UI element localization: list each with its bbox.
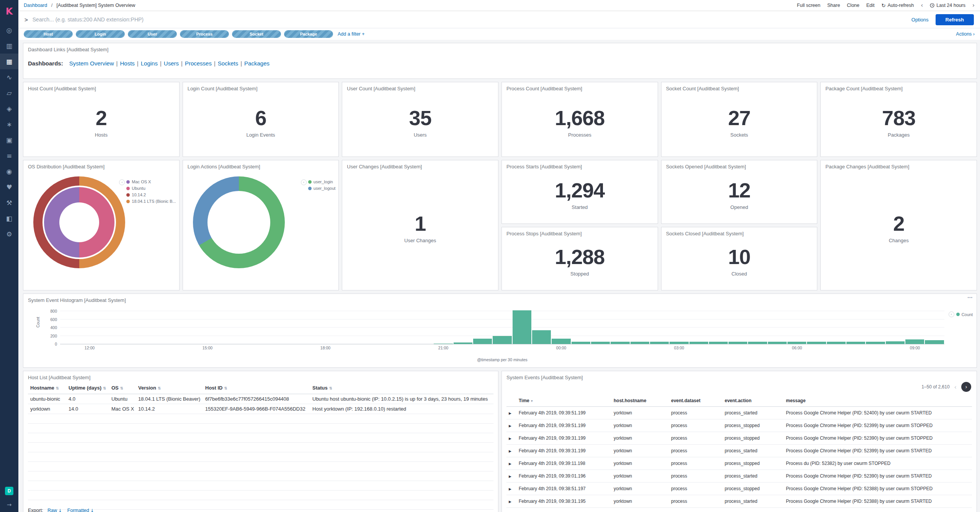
dashboard-link[interactable]: Hosts: [120, 60, 134, 67]
sort-icon[interactable]: ⇅: [103, 386, 106, 390]
histogram-bar[interactable]: [454, 342, 472, 344]
legend-item[interactable]: user_login: [308, 179, 336, 184]
column-header[interactable]: Time▾: [516, 395, 611, 407]
histogram-bar[interactable]: [728, 342, 747, 344]
monitoring-icon[interactable]: ◧: [0, 210, 18, 226]
histogram-bar[interactable]: [748, 342, 767, 344]
search-input[interactable]: [33, 16, 907, 23]
histogram-bar[interactable]: [807, 342, 826, 344]
filter-pill[interactable]: Login: [76, 30, 125, 38]
kibana-logo[interactable]: K: [0, 3, 18, 20]
infrastructure-icon[interactable]: ▣: [0, 132, 18, 148]
top-menu-item[interactable]: Clone: [847, 3, 859, 8]
column-header[interactable]: Status⇅: [310, 382, 493, 394]
sort-icon[interactable]: ⇅: [120, 386, 123, 390]
pagination-prev-button[interactable]: ‹: [954, 383, 957, 391]
dashboard-link[interactable]: Processes: [185, 60, 212, 67]
sort-icon[interactable]: ⇅: [224, 386, 227, 390]
expand-row-icon[interactable]: ▶: [509, 487, 511, 491]
dev-tools-icon[interactable]: ⚒: [0, 195, 18, 210]
legend-item[interactable]: Ubuntu: [126, 186, 176, 191]
column-header[interactable]: Uptime (days)⇅: [66, 382, 109, 394]
column-header[interactable]: message: [784, 395, 972, 407]
sort-icon[interactable]: ⇅: [329, 386, 332, 390]
dashboard-link[interactable]: Sockets: [218, 60, 238, 67]
column-header[interactable]: Host ID⇅: [203, 382, 310, 394]
expand-row-icon[interactable]: ▶: [509, 500, 511, 504]
legend-item[interactable]: user_logout: [308, 186, 336, 191]
histogram-bar[interactable]: [925, 340, 944, 344]
time-forward-button[interactable]: ›: [972, 2, 975, 9]
panel-menu-icon[interactable]: •••: [967, 295, 973, 300]
histogram-bar[interactable]: [630, 342, 649, 344]
maps-icon[interactable]: ◈: [0, 101, 18, 116]
logs-icon[interactable]: ≡: [0, 148, 18, 163]
dashboard-link[interactable]: System Overview: [69, 60, 114, 67]
time-picker[interactable]: Last 24 hours: [930, 3, 965, 8]
visualize-icon[interactable]: ▥: [0, 38, 18, 54]
breadcrumb-dashboard-link[interactable]: Dashboard: [24, 3, 47, 8]
histogram-bar[interactable]: [886, 341, 905, 344]
expand-row-icon[interactable]: ▶: [509, 437, 511, 440]
histogram-bar[interactable]: [670, 342, 688, 344]
histogram-bar[interactable]: [591, 342, 610, 344]
legend-item[interactable]: 10.14.2: [126, 192, 176, 197]
options-button[interactable]: Options: [911, 17, 929, 23]
histogram-bar[interactable]: [846, 342, 865, 344]
sort-icon[interactable]: ⇅: [56, 386, 59, 390]
os-donut-inner-ring[interactable]: [44, 187, 114, 258]
dashboard-link[interactable]: Packages: [244, 60, 270, 67]
management-icon[interactable]: ⚙: [0, 226, 18, 242]
pagination-next-button[interactable]: ›: [961, 382, 971, 392]
top-menu-item[interactable]: Full screen: [797, 3, 820, 8]
top-menu-item[interactable]: Share: [827, 3, 840, 8]
expand-row-icon[interactable]: ▶: [509, 424, 511, 428]
histogram-bar[interactable]: [709, 342, 728, 344]
login-donut-ring[interactable]: [193, 176, 285, 268]
sort-icon[interactable]: ⇅: [158, 386, 161, 390]
histogram-bar[interactable]: [473, 339, 492, 344]
legend-toggle-icon[interactable]: ‹: [301, 179, 307, 185]
actions-menu[interactable]: Actions ›: [956, 31, 975, 37]
collapse-nav-icon[interactable]: →: [7, 501, 12, 508]
legend-toggle-icon[interactable]: ‹: [949, 311, 954, 317]
column-header[interactable]: host.hostname: [611, 395, 669, 407]
filter-pill[interactable]: Host: [24, 30, 73, 38]
expand-row-icon[interactable]: ▶: [509, 474, 511, 478]
discover-icon[interactable]: ◎: [0, 22, 18, 38]
histogram-bar[interactable]: [866, 342, 885, 344]
histogram-bar[interactable]: [768, 342, 787, 344]
os-donut-outer-ring[interactable]: [33, 176, 125, 268]
histogram-bar[interactable]: [611, 342, 629, 344]
export-link[interactable]: Raw ↓: [47, 508, 62, 512]
histogram-bar[interactable]: [532, 330, 551, 344]
histogram-bar[interactable]: [513, 310, 531, 344]
column-header[interactable]: Version⇅: [136, 382, 203, 394]
histogram-bar[interactable]: [827, 342, 846, 344]
filter-pill[interactable]: Process: [180, 30, 229, 38]
add-filter-button[interactable]: Add a filter +: [338, 31, 365, 37]
histogram-legend[interactable]: ‹ Count: [949, 311, 973, 317]
top-menu-item[interactable]: Edit: [866, 3, 875, 8]
histogram-bar[interactable]: [572, 342, 590, 344]
apm-icon[interactable]: ◉: [0, 163, 18, 179]
expand-row-icon[interactable]: ▶: [509, 411, 511, 415]
column-header[interactable]: Hostname⇅: [28, 382, 66, 394]
dashboard-icon[interactable]: ▦: [0, 54, 18, 69]
legend-item[interactable]: Mac OS X: [126, 179, 176, 184]
histogram-bar[interactable]: [493, 336, 511, 344]
filter-pill[interactable]: User: [128, 30, 177, 38]
refresh-button[interactable]: Refresh: [936, 14, 974, 25]
auto-refresh-button[interactable]: ↻ Auto-refresh: [882, 3, 914, 8]
expand-row-icon[interactable]: ▶: [509, 449, 511, 453]
uptime-icon[interactable]: ♥: [0, 179, 18, 195]
column-header[interactable]: event.action: [722, 395, 784, 407]
dashboard-link[interactable]: Logins: [141, 60, 158, 67]
timelion-icon[interactable]: ∿: [0, 69, 18, 85]
expand-row-icon[interactable]: ▶: [509, 462, 511, 466]
column-header[interactable]: event.dataset: [669, 395, 722, 407]
space-avatar[interactable]: D: [5, 487, 13, 495]
histogram-bar[interactable]: [689, 342, 708, 344]
legend-item[interactable]: 18.04.1 LTS (Bionic B...: [126, 199, 176, 204]
time-back-button[interactable]: ‹: [921, 2, 923, 9]
